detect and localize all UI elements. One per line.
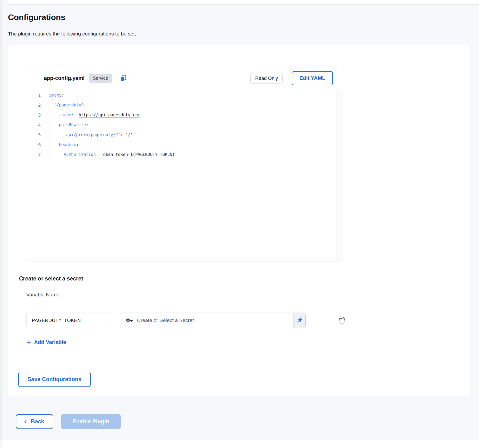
- indent-guide: [54, 110, 59, 120]
- configurations-card: app-config.yaml Service Read Only Edit Y…: [7, 45, 470, 396]
- code-token: '/pagerduty': [54, 103, 84, 107]
- code-token: https://api.pagerduty.com: [79, 112, 140, 117]
- indent-guide: [49, 150, 54, 160]
- code-line: 4pathRewrite:: [28, 120, 336, 130]
- variable-row: Create or Select a Secret: [26, 313, 348, 328]
- indent-guide: [49, 140, 54, 150]
- page-subtitle: The plugin requires the following config…: [8, 31, 136, 37]
- service-badge: Service: [89, 74, 112, 83]
- yaml-filename: app-config.yaml: [44, 75, 85, 81]
- copy-icon[interactable]: [119, 74, 127, 82]
- indent-guide: [59, 130, 64, 140]
- enable-plugin-button[interactable]: Enable Plugin: [61, 414, 121, 429]
- plus-icon: [26, 340, 32, 345]
- line-number: 4: [28, 120, 46, 130]
- code-line: 2'/pagerduty':: [28, 100, 336, 110]
- key-icon: [126, 317, 133, 324]
- code-line: 6headers:: [28, 140, 336, 150]
- indent-guide: [54, 120, 59, 130]
- variable-name-label: Variable Name: [26, 292, 59, 298]
- code-token: 'api/proxy/pagerduty/?': [64, 132, 120, 137]
- add-variable-button[interactable]: Add Variable: [26, 339, 66, 345]
- back-button[interactable]: Back: [16, 414, 53, 429]
- indent-guide: [54, 130, 59, 140]
- code-token: Authorization: [64, 152, 96, 157]
- code-token: :: [62, 93, 64, 98]
- footer-actions: Back Enable Plugin: [16, 414, 121, 429]
- pin-cap[interactable]: [293, 313, 305, 328]
- secret-select-placeholder: Create or Select a Secret: [137, 317, 293, 323]
- back-button-label: Back: [31, 418, 44, 425]
- bottom-strip: [0, 440, 479, 448]
- code-token: proxy: [49, 93, 62, 98]
- code-token: target: [59, 112, 74, 117]
- trash-icon: [337, 315, 347, 325]
- yaml-editor-card: app-config.yaml Service Read Only Edit Y…: [28, 66, 343, 261]
- code-token: :: [96, 152, 101, 157]
- code-token: :: [86, 122, 89, 127]
- indent-guide: [49, 100, 54, 110]
- code-token: :: [84, 103, 86, 107]
- add-variable-label: Add Variable: [34, 339, 66, 345]
- read-only-badge: Read Only: [250, 73, 283, 84]
- editor-scrollbar[interactable]: [336, 90, 343, 261]
- previous-card-edge: [7, 0, 479, 4]
- code-line: 5'api/proxy/pagerduty/?': '/': [28, 130, 336, 140]
- indent-guide: [59, 150, 64, 160]
- secret-section-title: Create or select a secret: [19, 275, 83, 282]
- line-number: 6: [28, 140, 46, 150]
- secret-select[interactable]: Create or Select a Secret: [120, 313, 306, 328]
- code-token: '/': [125, 132, 133, 137]
- code-token: headers: [59, 142, 76, 147]
- chevron-left-icon: [23, 419, 28, 424]
- line-number: 3: [28, 110, 46, 120]
- line-number: 2: [28, 100, 46, 110]
- yaml-editor-header: app-config.yaml Service Read Only Edit Y…: [28, 66, 343, 90]
- edit-yaml-button[interactable]: Edit YAML: [292, 71, 333, 85]
- variable-name-input[interactable]: [26, 313, 112, 328]
- indent-guide: [49, 110, 54, 120]
- line-number: 1: [28, 90, 46, 100]
- code-token: Token token=${PAGERDUTY_TOKEN}: [101, 152, 175, 157]
- code-lines: 1proxy:2'/pagerduty':3target: https://ap…: [28, 90, 336, 160]
- code-token: :: [76, 142, 79, 147]
- code-line: 3target: https://api.pagerduty.com: [28, 110, 336, 120]
- line-number: 5: [28, 130, 46, 140]
- indent-guide: [54, 140, 59, 150]
- code-token: :: [74, 112, 78, 117]
- yaml-code-area: 1proxy:2'/pagerduty':3target: https://ap…: [28, 90, 336, 261]
- save-configurations-button[interactable]: Save Configurations: [18, 372, 91, 387]
- indent-guide: [54, 150, 59, 160]
- code-token: pathRewrite: [59, 122, 86, 127]
- pushpin-icon: [296, 317, 303, 324]
- line-number: 7: [28, 150, 46, 160]
- code-line: 7Authorization: Token token=${PAGERDUTY_…: [28, 150, 336, 160]
- page-title: Configurations: [8, 13, 65, 22]
- indent-guide: [49, 130, 54, 140]
- code-token: :: [120, 132, 125, 137]
- code-line: 1proxy:: [28, 90, 336, 100]
- delete-variable-button[interactable]: [337, 315, 348, 326]
- indent-guide: [49, 120, 54, 130]
